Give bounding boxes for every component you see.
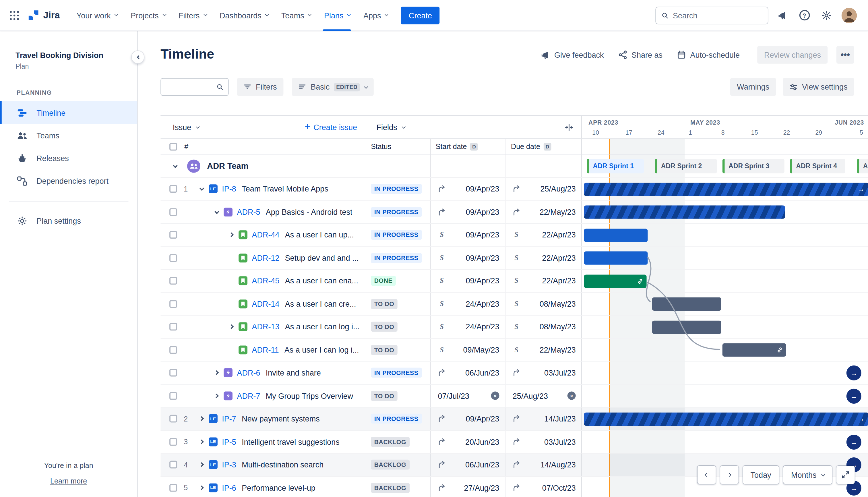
user-avatar[interactable] [841,8,857,23]
row-checkbox[interactable] [169,484,177,492]
row-checkbox[interactable] [169,185,177,193]
issue-row-adr-45[interactable]: ADR-45As a user I can ena...DONES09/Apr/… [160,270,868,293]
scroll-left-button[interactable] [697,466,715,484]
status-badge[interactable]: TO DO [371,345,397,355]
gantt-bar[interactable] [584,229,648,242]
app-switcher-icon[interactable] [9,10,20,21]
row-checkbox[interactable] [169,415,177,423]
status-badge[interactable]: IN PROGRESS [371,230,422,240]
sidebar-item-releases[interactable]: Releases [0,147,137,169]
start-date-cell[interactable]: 06/Jun/23 [431,361,505,384]
issue-row-adr-44[interactable]: ADR-44As a user I can up...IN PROGRESSS0… [160,224,868,247]
learn-more-link[interactable]: Learn more [50,477,87,485]
announcements-icon[interactable] [774,7,791,24]
gantt-bar[interactable] [584,274,647,288]
status-badge[interactable]: IN PROGRESS [371,253,422,263]
expand-chevron-icon[interactable] [229,324,234,329]
auto-schedule-button[interactable]: Auto-schedule [671,47,745,62]
issue-key-link[interactable]: ADR-12 [252,254,279,262]
gantt-bar[interactable]: → [584,412,868,426]
sprint-chip-adr-sprint-1[interactable]: ADR Sprint 1 [587,159,644,173]
scroll-right-button[interactable] [720,466,739,484]
start-date-cell[interactable]: 06/Jun/23 [431,453,505,476]
gantt-bar[interactable]: → [584,182,868,196]
start-date-cell[interactable]: S09/Apr/23 [431,270,505,292]
create-button[interactable]: Create [401,6,440,24]
status-badge[interactable]: IN PROGRESS [371,184,422,194]
status-badge[interactable]: BACKLOG [371,437,409,447]
due-date-cell[interactable]: 14/Aug/23 [505,453,582,476]
start-date-column-header[interactable]: Start date D [431,139,505,154]
gantt-bar[interactable] [584,252,648,265]
row-checkbox[interactable] [169,208,177,216]
start-date-cell[interactable]: S24/Apr/23 [431,293,505,315]
expand-chevron-icon[interactable] [214,393,219,398]
start-date-cell[interactable]: S09/Apr/23 [431,247,505,269]
select-all-checkbox[interactable] [169,143,177,151]
sidebar-item-teams[interactable]: Teams [0,124,137,147]
row-checkbox[interactable] [169,461,177,469]
sprint-chip-adr-sprint-2[interactable]: ADR Sprint 2 [655,159,717,173]
expand-chevron-icon[interactable] [199,416,204,421]
expand-chevron-icon[interactable] [199,485,204,490]
issue-key-link[interactable]: IP-6 [222,483,236,492]
issue-key-link[interactable]: IP-7 [222,414,236,423]
due-date-cell[interactable]: 03/Jul/23 [505,430,582,453]
expand-chevron-icon[interactable] [214,209,219,214]
issue-key-link[interactable]: ADR-14 [252,299,279,308]
start-date-cell[interactable]: 09/Apr/23 [431,201,505,223]
sidebar-item-timeline[interactable]: Timeline [0,101,137,124]
status-badge[interactable]: DONE [371,276,396,286]
nav-item-teams[interactable]: Teams [275,0,317,31]
row-checkbox[interactable] [169,392,177,400]
sprint-chip-adr-sprint-3[interactable]: ADR Sprint 3 [722,159,784,173]
start-date-cell[interactable]: 20/Jun/23 [431,430,505,453]
due-date-cell[interactable]: 25/Aug/23 [505,178,582,200]
fullscreen-button[interactable] [836,466,855,484]
expand-chevron-icon[interactable] [199,439,204,444]
expand-chevron-icon[interactable] [229,232,234,237]
collapse-columns-icon[interactable] [565,123,574,131]
settings-gear-icon[interactable] [818,7,835,24]
issue-key-link[interactable]: IP-3 [222,460,236,469]
issue-key-link[interactable]: ADR-44 [252,230,279,240]
due-date-cell[interactable]: S08/May/23 [505,293,582,315]
issue-key-link[interactable]: ADR-5 [237,208,260,216]
start-date-cell[interactable]: S09/Apr/23 [431,224,505,246]
gantt-bar[interactable] [584,205,785,218]
status-badge[interactable]: TO DO [371,322,397,332]
status-badge[interactable]: IN PROGRESS [371,207,422,217]
due-date-cell[interactable]: S22/May/23 [505,339,582,361]
start-date-cell[interactable]: 27/Aug/23 [431,477,505,497]
today-button[interactable]: Today [743,466,779,484]
issue-row-adr-14[interactable]: ADR-14As a user I can cre...TO DOS24/Apr… [160,293,868,315]
sprint-chip-adr-sprint-4[interactable]: ADR Sprint 4 [790,159,845,173]
due-date-cell[interactable]: S22/Apr/23 [505,247,582,269]
review-changes-button[interactable]: Review changes [757,46,827,64]
issue-row-adr-13[interactable]: ADR-13As a user I can log i...TO DOS24/A… [160,315,868,339]
issue-row-adr-6[interactable]: ADR-6Invite and shareIN PROGRESS06/Jun/2… [160,361,868,384]
start-date-cell[interactable]: 07/Jul/23× [431,384,505,407]
issue-row-ip-7[interactable]: 2LEIP-7New payment systemsIN PROGRESS09/… [160,408,868,430]
team-group-row[interactable]: ADR Team ADR Sprint 1ADR Sprint 2ADR Spr… [160,155,868,178]
jira-logo[interactable]: Jira [28,10,60,21]
gantt-bar[interactable] [652,297,721,311]
nav-item-filters[interactable]: Filters [172,0,213,31]
start-date-cell[interactable]: 09/Apr/23 [431,178,505,200]
issue-key-link[interactable]: ADR-6 [237,368,260,377]
zoom-select[interactable]: Months [783,466,832,484]
status-badge[interactable]: BACKLOG [371,460,409,470]
issue-key-link[interactable]: IP-8 [222,185,236,194]
gantt-bar[interactable] [652,321,721,333]
status-badge[interactable]: IN PROGRESS [371,368,422,378]
nav-item-projects[interactable]: Projects [124,0,172,31]
issue-column-header[interactable]: Issue [173,123,199,131]
start-date-cell[interactable]: S09/May/23 [431,339,505,361]
gantt-bar[interactable] [722,343,786,357]
due-date-cell[interactable]: 25/Aug/23× [505,384,582,407]
row-checkbox[interactable] [169,277,177,285]
sidebar-collapse-button[interactable] [131,50,144,63]
start-date-cell[interactable]: 09/Apr/23 [431,408,505,430]
due-date-cell[interactable]: 22/May/23 [505,201,582,223]
fields-column-header[interactable]: Fields [376,123,405,131]
